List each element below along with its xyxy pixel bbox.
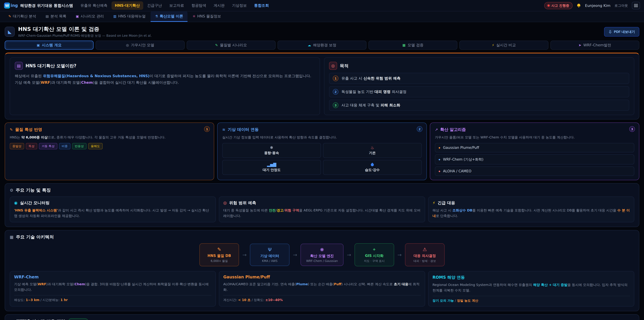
weather-grid: ❄ 풍향·풍속 ♨ 기온 ▂▅▇ 대기 안정도 습도·강수	[222, 143, 422, 175]
tab-label: 모델 검증	[408, 43, 424, 48]
flow-title: GIS 시각화	[365, 253, 384, 258]
tab-realtime-comparison[interactable]: ⚡ 실시간 비교	[459, 41, 548, 50]
subnav-label: 시나리오 관리	[81, 14, 104, 19]
model-definition-text: 해상에서 유출된 위험유해물질(Hazardous & Noxious Subs…	[15, 73, 315, 86]
tech-card-gaussian: Gaussian Plume/Puff ALOHA/CAMEO 표준 알고리즘 …	[219, 271, 425, 306]
feature-realtime-monitoring: ◉ 실시간 모니터링 'HNS 유출 블랙박스 시스템'과 같이 사고 즉시 확…	[10, 196, 216, 222]
nav-item-weather-info[interactable]: 기상정보	[229, 1, 250, 10]
pillar-title: 확산 알고리즘	[440, 127, 466, 132]
tag-evaporation: 증발성	[10, 143, 24, 149]
incident-status-label: 사고 진행중	[551, 3, 569, 8]
algorithm-item: WRF-Chem (기상+화학)	[435, 154, 634, 164]
logo-icon: W	[4, 3, 10, 9]
tab-system-overview[interactable]: ▣ 시스템 개요	[5, 41, 94, 50]
flow-subtitle: 6,000+ 물질	[211, 259, 228, 263]
flow-subtitle: KMA / AWS	[262, 259, 278, 263]
purpose-item-text: 독성물질 농도 기반 대피 명령 의사결정	[342, 89, 406, 94]
main-content: ▤ HNS 대기확산 모델이란? 해상에서 유출된 위험유해물질(Hazardo…	[0, 50, 644, 320]
nav-item-reports[interactable]: 보고자료	[166, 1, 188, 10]
tech-card-title: WRF-Chem	[14, 275, 212, 279]
tech-card-roms: ROMS 해양 연동 Regional Ocean Modeling Syste…	[428, 271, 634, 306]
tab-label: WRF-Chem발전	[583, 43, 611, 48]
tech-card-specs: 해상도: 1~3 km / 시간분해능: 1 hr	[14, 295, 212, 302]
logout-button[interactable]: 로그아웃	[614, 3, 628, 8]
pdf-export-button[interactable]: ⇩ PDF 내보내기	[604, 27, 639, 37]
tab-wrf-chem-advanced[interactable]: ➤ WRF-Chem발전	[550, 41, 639, 50]
subnav-item-hns-manual[interactable]: ▥ HNS 대응매뉴얼	[109, 11, 150, 22]
tag-reactivity: 반응성	[72, 143, 86, 149]
thermometer-icon: ♨	[371, 146, 374, 150]
pencil-icon: ✎	[10, 128, 13, 132]
nav-item-board[interactable]: 게시판	[210, 1, 228, 10]
download-icon: ⇩	[608, 29, 612, 34]
nav-item-oil-spill-prediction[interactable]: 유출유 확산예측	[77, 1, 111, 10]
page-header: ◣ HNS 대기확산 모델 이론 및 검증 WRF-Chem·Gaussian …	[0, 22, 644, 41]
trend-chart-icon: ↗	[435, 128, 438, 132]
tab-label: 시스템 개요	[42, 43, 62, 48]
app-logo[interactable]: W ing 해양환경 위기대응 통합시스템	[4, 3, 73, 9]
weather-item-wind: ❄ 풍향·풍속	[222, 143, 321, 158]
subnav-item-hns-substance-info[interactable]: ⚛ HNS 물질정보	[188, 11, 226, 22]
page-title: HNS 대기확산 모델 이론 및 검증	[18, 26, 152, 33]
menu-toggle-button[interactable]	[632, 2, 640, 9]
subnav-item-scenario-management[interactable]: ▣ 시나리오 관리	[72, 11, 108, 22]
tech-card-description: ALOHA/CAMEO 표준 알고리즘 기반. 연속 배출(Plume) 또는 …	[223, 281, 420, 292]
flow-arrow-icon: →	[242, 252, 246, 258]
diamond-bullet-icon	[438, 147, 440, 149]
tag-toxicity: 독성	[26, 143, 37, 149]
subnav-label: 분석 목록	[50, 14, 66, 19]
nav-item-aerial-search[interactable]: 항공탐색	[188, 1, 210, 10]
nav-item-emergency-rescue[interactable]: 긴급구난	[144, 1, 165, 10]
tab-marine-correction[interactable]: ☁ 해양환경 보정	[278, 41, 366, 50]
intro-section: ▤ HNS 대기확산 모델이란? 해상에서 유출된 위험유해물질(Hazardo…	[5, 53, 639, 120]
logo-text: ing	[11, 3, 18, 8]
notification-bell-icon[interactable]	[576, 3, 581, 8]
pillars-section: ✎ 물질 특성 반영 1 HNS는 약 6,000종 이상으로, 종류가 매우 …	[5, 123, 639, 180]
page-subtitle: WRF-Chem·Gaussian Plume/Puff·ROMS·해양환경 보…	[18, 34, 152, 38]
tab-substance-scenarios[interactable]: ✎ 물질별 시나리오	[187, 41, 276, 50]
layers-icon: ▥	[10, 319, 14, 320]
bar-chart-icon: ▂▅▇	[267, 163, 276, 167]
number-badge: 1	[333, 76, 338, 81]
current-implementation-badge: 현재 구현	[68, 318, 88, 320]
incident-status-badge[interactable]: 사고 진행중	[544, 2, 572, 9]
flow-subtitle: WRF-Chem / Gaussian	[306, 259, 338, 263]
satellite-icon: ◉	[14, 200, 18, 205]
flow-hns-substance-db: ✎ HNS 물질 DB 6,000+ 물질	[200, 243, 239, 266]
atom-icon: ⚛	[192, 14, 196, 18]
diamond-bullet-icon	[438, 170, 440, 172]
flow-gis-visualization: ⌖ GIS 시각화 지도 · 구역 표시	[354, 243, 394, 266]
nav-item-integrated-search[interactable]: 통합조회	[251, 1, 272, 10]
subnav-item-diffusion-analysis[interactable]: ✎ 대기확산 분석	[4, 11, 40, 22]
bolt-icon: ⚡	[432, 200, 435, 205]
target-icon: ◎	[223, 200, 227, 205]
pillar-description: 실시간 기상 정보를 입력 데이터로 사용하여 확산 방향과 속도를 결정합니다…	[222, 135, 422, 140]
subnav-item-analysis-list[interactable]: ▤ 분석 목록	[41, 11, 71, 22]
model-definition-title: HNS 대기확산 모델이란?	[26, 63, 76, 69]
tab-model-validation[interactable]: ▦ 모델 검증	[368, 41, 457, 50]
weather-item-humidity: 습도·강수	[323, 160, 422, 175]
flow-title: 확산 모델 엔진	[310, 253, 334, 258]
book-icon: ▥	[113, 14, 116, 18]
algorithm-label: Gaussian Plume/Puff	[443, 146, 479, 150]
pillar-substance-properties: ✎ 물질 특성 반영 1 HNS는 약 6,000종 이상으로, 종류가 매우 …	[5, 123, 214, 180]
architecture-section: ▦ 주요 기술 아키텍처 ✎ HNS 물질 DB 6,000+ 물질 → Ψ 기…	[5, 230, 639, 311]
nav-item-hns-atmospheric-diffusion[interactable]: HNS·대기확산	[112, 1, 143, 10]
tab-label: 물질별 시나리오	[220, 43, 247, 48]
weather-item-label: 대기 안정도	[263, 168, 280, 172]
pillar-description: 가우시안 플룸/퍼프 모델 또는 WRF-Chem 수치 모델을 사용하여 대기…	[435, 135, 634, 140]
model-definition-panel: ▤ HNS 대기확산 모델이란? 해상에서 유출된 위험유해물질(Hazardo…	[10, 57, 320, 115]
strategy-section: ▥ WING 시스템 적용 전략 현재 구현 ✎ HNS DB 연동 CHRIS…	[5, 314, 639, 320]
weather-item-stability: ▂▅▇ 대기 안정도	[222, 160, 321, 175]
target-icon: ◎	[126, 43, 129, 47]
flow-title: HNS 물질 DB	[208, 253, 231, 258]
purpose-item-text: 사고 대응 체계 구축 및 피해 최소화	[342, 103, 400, 108]
strategy-title: WING 시스템 적용 전략	[16, 318, 66, 320]
tab-gaussian-model[interactable]: ◎ 가우시안 모델	[96, 41, 184, 50]
pencil-icon: ✎	[8, 14, 11, 18]
pillar-title: 물질 특성 반영	[15, 127, 42, 132]
fan-icon: ❋	[320, 247, 324, 253]
wind-fan-icon: ❄	[270, 146, 273, 150]
subnav-item-diffusion-model-theory[interactable]: ⚗ 확산모델 이론	[150, 11, 188, 22]
property-tags: 증발성 독성 거동 특성 비중 반응성 용해도	[10, 143, 209, 149]
